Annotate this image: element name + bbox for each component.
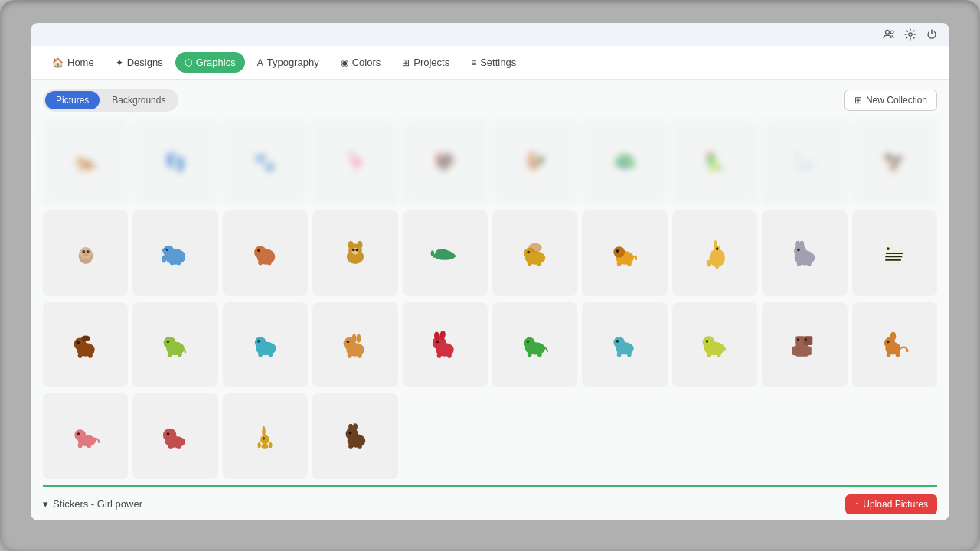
list-item[interactable]: 🐅 <box>43 119 128 204</box>
list-item[interactable]: 🦩 <box>312 119 397 204</box>
svg-point-131 <box>258 442 261 448</box>
list-item[interactable] <box>582 210 667 295</box>
svg-point-23 <box>348 241 353 249</box>
projects-icon: ⊞ <box>402 57 410 68</box>
list-item[interactable] <box>312 302 397 387</box>
list-item[interactable] <box>403 210 488 295</box>
svg-point-137 <box>348 443 353 448</box>
list-item[interactable] <box>223 210 308 295</box>
svg-point-87 <box>447 352 452 357</box>
list-item-empty <box>852 393 937 478</box>
svg-point-52 <box>799 241 804 248</box>
nav-graphics[interactable]: ⬡ Graphics <box>175 52 245 73</box>
list-item[interactable] <box>132 393 217 478</box>
svg-point-104 <box>717 351 721 357</box>
animal-grid-row1 <box>43 210 937 295</box>
svg-point-18 <box>259 259 263 265</box>
list-item[interactable] <box>672 210 757 295</box>
nav-typography[interactable]: A Typography <box>248 52 328 73</box>
svg-point-58 <box>887 247 890 250</box>
nav-graphics-label: Graphics <box>196 57 236 68</box>
list-item[interactable] <box>852 210 937 295</box>
svg-point-140 <box>348 432 351 435</box>
svg-point-39 <box>613 246 625 258</box>
list-item[interactable]: 🦚 <box>582 119 667 204</box>
svg-point-31 <box>527 261 531 266</box>
svg-rect-109 <box>805 346 811 355</box>
list-item[interactable] <box>312 210 397 295</box>
list-item[interactable] <box>852 302 937 387</box>
svg-point-80 <box>358 352 362 357</box>
view-tabs: Pictures Backgrounds <box>43 89 178 112</box>
upload-icon: ↑ <box>854 499 859 510</box>
svg-point-2 <box>909 33 912 36</box>
svg-point-75 <box>269 351 273 357</box>
list-item[interactable]: 👣 <box>132 119 217 204</box>
list-item[interactable]: 🐓 <box>492 119 577 204</box>
list-item[interactable]: 🦜 <box>672 119 757 204</box>
svg-point-15 <box>166 249 168 251</box>
svg-point-93 <box>527 351 531 357</box>
list-item[interactable] <box>43 302 128 387</box>
list-item[interactable] <box>762 302 847 387</box>
svg-point-50 <box>794 245 806 257</box>
list-item[interactable] <box>492 210 577 295</box>
tab-backgrounds[interactable]: Backgrounds <box>101 91 176 109</box>
upload-label: Upload Pictures <box>863 499 928 510</box>
list-item[interactable] <box>762 210 847 295</box>
svg-point-27 <box>355 249 358 252</box>
svg-point-17 <box>255 246 267 259</box>
svg-point-128 <box>163 429 177 442</box>
svg-rect-108 <box>792 346 798 355</box>
list-item[interactable]: 🦢 <box>762 119 847 204</box>
list-item[interactable] <box>492 302 577 387</box>
svg-point-35 <box>528 243 542 253</box>
power-icon[interactable] <box>925 28 939 41</box>
list-item[interactable] <box>132 210 217 295</box>
list-item[interactable] <box>43 210 128 295</box>
nav-projects[interactable]: ⊞ Projects <box>393 52 459 73</box>
list-item[interactable] <box>43 393 128 478</box>
svg-point-126 <box>168 443 174 448</box>
new-collection-button[interactable]: ⊞ New Collection <box>844 90 937 111</box>
upload-pictures-button[interactable]: ↑ Upload Pictures <box>845 494 937 514</box>
list-item[interactable] <box>223 393 308 478</box>
svg-point-8 <box>86 250 89 253</box>
chevron-icon[interactable]: ▾ <box>43 498 48 510</box>
svg-point-66 <box>76 341 79 344</box>
svg-rect-111 <box>803 336 812 345</box>
nav-typography-label: Typography <box>267 57 319 68</box>
svg-point-40 <box>616 249 619 253</box>
users-icon[interactable] <box>882 28 896 41</box>
svg-point-57 <box>884 244 896 256</box>
settings-icon[interactable] <box>903 28 917 41</box>
list-item[interactable] <box>403 302 488 387</box>
svg-point-79 <box>348 352 352 357</box>
svg-point-34 <box>527 251 530 254</box>
nav-home[interactable]: 🏠 Home <box>43 52 103 73</box>
list-item[interactable]: 🦃 <box>403 119 488 204</box>
list-item[interactable]: 🐾 <box>223 119 308 204</box>
nav-designs[interactable]: ✦ Designs <box>106 52 172 73</box>
svg-point-37 <box>617 261 622 266</box>
svg-point-0 <box>886 31 890 34</box>
nav-settings[interactable]: ≡ Settings <box>462 52 525 73</box>
list-item[interactable] <box>312 393 397 478</box>
list-item[interactable] <box>672 302 757 387</box>
list-item[interactable]: 🦅 <box>852 119 937 204</box>
svg-point-20 <box>258 249 261 253</box>
nav-colors[interactable]: ◉ Colors <box>332 52 390 73</box>
svg-point-70 <box>178 351 182 357</box>
list-item-empty <box>762 393 847 478</box>
list-item[interactable] <box>132 302 217 387</box>
svg-point-100 <box>613 337 625 348</box>
list-item[interactable] <box>223 302 308 387</box>
svg-point-142 <box>353 423 358 430</box>
svg-point-19 <box>267 259 272 265</box>
svg-point-113 <box>805 338 807 341</box>
svg-point-24 <box>357 241 362 249</box>
list-item[interactable] <box>582 302 667 387</box>
tab-pictures[interactable]: Pictures <box>45 91 100 109</box>
nav-settings-label: Settings <box>480 57 516 68</box>
nav-colors-label: Colors <box>352 57 381 68</box>
